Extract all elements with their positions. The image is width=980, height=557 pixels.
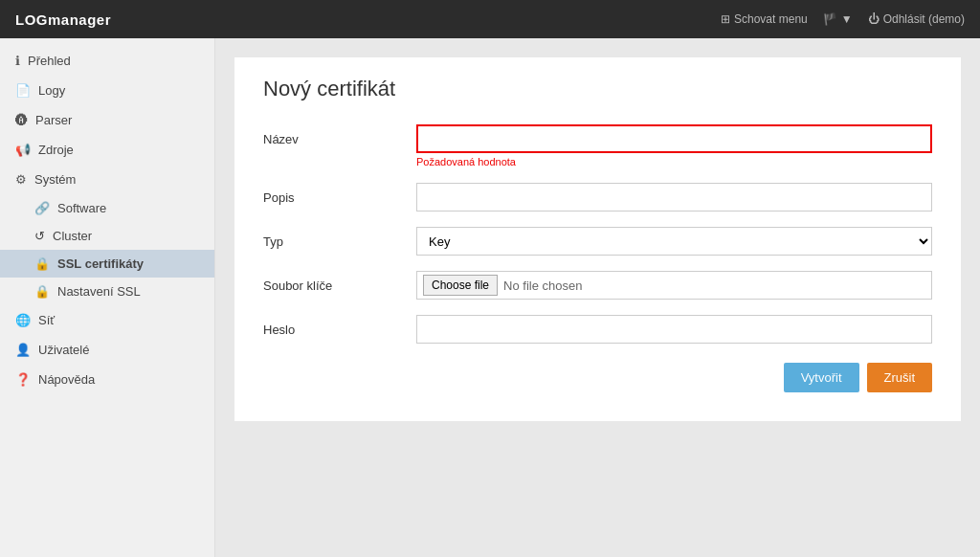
form-row-nazev: Název Požadovaná hodnota	[263, 124, 932, 167]
info-icon: ℹ	[15, 54, 20, 68]
nazev-input[interactable]	[416, 124, 932, 153]
parser-icon: 🅐	[15, 113, 28, 127]
grid-icon: ⊞	[721, 12, 730, 26]
file-input-wrap: Choose file No file chosen	[416, 271, 932, 300]
sidebar-item-ssl-certifikaty[interactable]: 🔒 SSL certifikáty	[0, 250, 214, 278]
heslo-control-wrap	[416, 315, 932, 344]
sidebar-item-software[interactable]: 🔗 Software	[0, 194, 214, 222]
lock2-icon: 🔒	[34, 284, 50, 299]
label-typ: Typ	[263, 227, 416, 249]
logout-button[interactable]: ⏻ Odhlásit (demo)	[868, 12, 965, 26]
sidebar-item-napoveda[interactable]: ❓ Nápověda	[0, 365, 214, 394]
app-header: LOGmanager ⊞ Schovat menu 🏴 ▼ ⏻ Odhlásit…	[0, 0, 980, 38]
label-heslo: Heslo	[263, 315, 416, 337]
app-logo: LOGmanager	[15, 11, 111, 28]
sidebar-item-zdroje[interactable]: 📢 Zdroje	[0, 135, 214, 165]
label-popis: Popis	[263, 183, 416, 205]
file-name-label: No file chosen	[503, 278, 582, 293]
choose-file-button[interactable]: Choose file	[423, 275, 498, 296]
create-button[interactable]: Vytvořit	[784, 363, 859, 392]
sidebar-item-prehled[interactable]: ℹ Přehled	[0, 46, 214, 76]
sidebar-item-system[interactable]: ⚙ Systém	[0, 165, 214, 194]
sidebar-item-logy[interactable]: 📄 Logy	[0, 76, 214, 105]
sidebar-item-uzivatele[interactable]: 👤 Uživatelé	[0, 335, 214, 365]
heslo-input[interactable]	[416, 315, 932, 344]
soubor-klic-control-wrap: Choose file No file chosen	[416, 271, 932, 300]
gear-icon: ⚙	[15, 172, 27, 187]
flag-icon: 🏴	[823, 12, 837, 26]
lock-icon: 🔒	[34, 256, 50, 271]
form-row-typ: Typ Key Certificate	[263, 227, 932, 256]
sidebar-item-cluster[interactable]: ↺ Cluster	[0, 222, 214, 250]
nazev-control-wrap: Požadovaná hodnota	[416, 124, 932, 167]
link-icon: 🔗	[34, 201, 50, 215]
popis-input[interactable]	[416, 183, 932, 212]
sidebar: ℹ Přehled 📄 Logy 🅐 Parser 📢 Zdroje ⚙ Sys…	[0, 38, 215, 557]
typ-control-wrap: Key Certificate	[416, 227, 932, 256]
main-layout: ℹ Přehled 📄 Logy 🅐 Parser 📢 Zdroje ⚙ Sys…	[0, 38, 980, 557]
sidebar-item-sit[interactable]: 🌐 Síť	[0, 305, 214, 335]
nazev-error: Požadovaná hodnota	[416, 156, 932, 167]
cancel-button[interactable]: Zrušit	[867, 363, 933, 392]
user-icon: 👤	[15, 343, 31, 357]
header-actions: ⊞ Schovat menu 🏴 ▼ ⏻ Odhlásit (demo)	[721, 12, 965, 26]
hide-menu-button[interactable]: ⊞ Schovat menu	[721, 12, 808, 26]
sidebar-item-nastaveni-ssl[interactable]: 🔒 Nastavení SSL	[0, 278, 214, 305]
popis-control-wrap	[416, 183, 932, 212]
page-title: Nový certifikát	[263, 77, 932, 101]
power-icon: ⏻	[868, 12, 880, 26]
form-row-soubor-klic: Soubor klíče Choose file No file chosen	[263, 271, 932, 300]
typ-select[interactable]: Key Certificate	[416, 227, 932, 256]
form-row-popis: Popis	[263, 183, 932, 212]
sidebar-item-parser[interactable]: 🅐 Parser	[0, 105, 214, 135]
content-area: Nový certifikát Název Požadovaná hodnota…	[215, 38, 980, 557]
network-icon: 🌐	[15, 313, 31, 327]
flag-button[interactable]: 🏴 ▼	[823, 12, 853, 26]
form-container: Nový certifikát Název Požadovaná hodnota…	[234, 57, 961, 421]
label-nazev: Název	[263, 124, 416, 146]
form-row-heslo: Heslo	[263, 315, 932, 344]
cluster-icon: ↺	[34, 229, 45, 243]
form-actions: Vytvořit Zrušit	[263, 363, 932, 392]
file-icon: 📄	[15, 83, 31, 98]
label-soubor-klic: Soubor klíče	[263, 271, 416, 293]
source-icon: 📢	[15, 143, 31, 157]
help-icon: ❓	[15, 372, 31, 387]
